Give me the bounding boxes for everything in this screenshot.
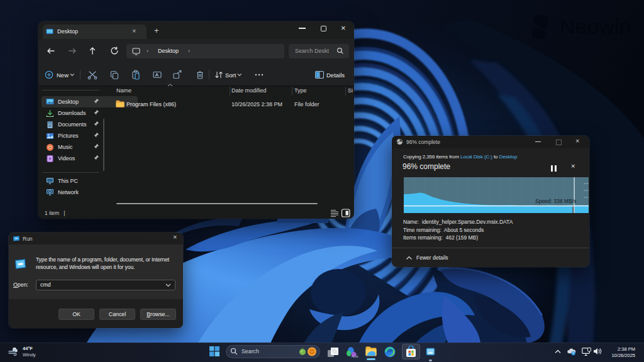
svg-text:Sort: Sort — [225, 72, 236, 79]
svg-text:PLUS: PLUS — [352, 355, 358, 358]
svg-text:New: New — [57, 72, 69, 79]
svg-text:Neowin: Neowin — [560, 14, 631, 38]
